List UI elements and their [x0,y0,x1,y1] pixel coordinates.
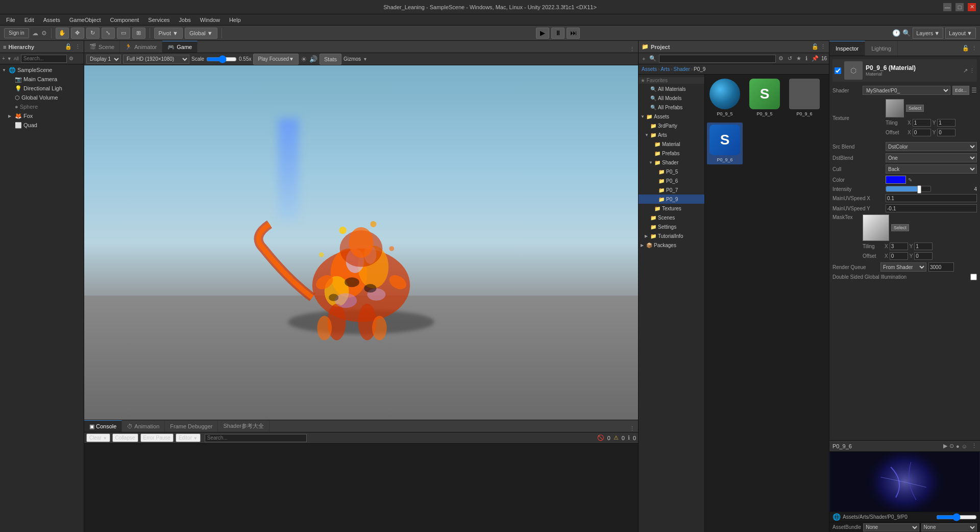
menu-window[interactable]: Window [196,16,224,24]
layers-dropdown[interactable]: Layers ▼ [913,28,943,39]
inspector-lock-icon[interactable]: 🔓 [962,45,969,52]
folder-scenes[interactable]: 📁 Scenes [639,213,704,222]
intensity-slider[interactable] [886,186,931,192]
project-favorite-icon[interactable]: ★ [795,55,803,62]
global-button[interactable]: Global ▼ [185,28,217,39]
asset-p096-shader[interactable]: S P0_9_6 [707,123,743,164]
project-search-input[interactable] [659,55,775,63]
hierarchy-search-input[interactable] [21,55,67,63]
play-focused-button[interactable]: Play Focused ▼ [253,54,299,65]
main-uv-x-input[interactable] [886,194,977,202]
close-button[interactable]: ✕ [968,3,976,11]
layout-dropdown[interactable]: Layout ▼ [945,28,976,39]
hierarchy-item-sphere[interactable]: ● Sphere [0,102,84,111]
clear-arrow[interactable]: ▼ [103,436,107,441]
tab-game[interactable]: 🎮 Game [162,41,198,53]
tab-lighting[interactable]: Lighting [865,41,898,56]
menu-services[interactable]: Services [144,16,174,24]
tab-frame-debugger[interactable]: Frame Debugger [165,420,218,432]
project-refresh-icon[interactable]: ↺ [786,55,794,62]
asset-p095-shader[interactable]: S P0_9_5 [747,77,782,118]
folder-prefabs[interactable]: 📁 Prefabs [639,149,704,158]
project-lock-btn[interactable]: 🔓 [812,43,819,50]
color-picker-btn[interactable]: ✎ [908,177,912,183]
search-toolbar-icon[interactable]: 🔍 [902,29,911,37]
preview-dot-icon[interactable]: ⊙ [949,443,954,449]
move-tool[interactable]: ✥ [71,28,84,39]
breadcrumb-arts[interactable]: Arts [660,66,670,72]
settings-icon[interactable]: ⚙ [41,30,47,37]
tab-scene[interactable]: 🎬 Scene [84,41,120,53]
display-select[interactable]: Display 1 [86,55,121,64]
menu-gameobject[interactable]: GameObject [65,16,105,24]
folder-material[interactable]: 📁 Material [639,139,704,149]
tab-console[interactable]: ▣ Console [84,420,122,432]
color-swatch[interactable] [886,176,906,184]
project-add-btn[interactable]: + [641,55,647,62]
scale-tool[interactable]: ⤡ [102,28,115,39]
folder-tutorialinfo[interactable]: ▶ 📁 TutorialInfo [639,231,704,240]
dst-blend-select[interactable]: One [886,153,977,162]
menu-assets[interactable]: Assets [39,16,64,24]
hierarchy-dropdown-arrow[interactable]: ▼ [7,56,12,61]
folder-all-prefabs[interactable]: 🔍 All Prefabs [639,103,704,112]
src-blend-select[interactable]: DstColor [886,142,977,151]
hierarchy-item-fox[interactable]: ▶ 🦊 Fox [0,111,84,120]
collapse-button[interactable]: Collapse [112,433,138,442]
shader-menu-icon[interactable]: ☰ [971,87,977,94]
hierarchy-settings-icon[interactable]: ⚙ [69,56,74,61]
hierarchy-item-samplescene[interactable]: ▼ 🌐 SampleScene [0,65,84,75]
bottom-tabs-menu[interactable]: ⋮ [629,425,635,432]
error-pause-button[interactable]: Error Pause [140,433,174,442]
project-menu-btn[interactable]: ⋮ [820,43,826,50]
clear-button[interactable]: Clear ▼ [86,433,110,442]
hierarchy-lock-btn[interactable]: 🔓 [65,43,72,50]
preview-sphere-icon[interactable]: ● [956,443,960,449]
pause-button[interactable]: ⏸ [551,28,565,39]
tab-animator[interactable]: 🏃 Animator [120,41,162,53]
play-button[interactable]: ▶ [536,28,549,39]
cull-select[interactable]: Back [886,164,977,174]
inspector-menu-icon[interactable]: ⋮ [971,45,977,52]
hand-tool[interactable]: ✋ [56,28,69,39]
breadcrumb-assets[interactable]: Assets [642,66,657,72]
project-filter-icon[interactable]: ⚙ [777,55,785,62]
hierarchy-item-quad[interactable]: ⬜ Quad [0,120,84,130]
preview-smiley-icon[interactable]: ☺ [962,443,967,449]
mask-offset-y-input[interactable] [914,252,933,260]
tab-shader-ref[interactable]: Shader参考大全 [218,420,269,432]
menu-edit[interactable]: Edit [20,16,38,24]
hierarchy-item-global-volume[interactable]: ⬡ Global Volume [0,93,84,102]
tiling-y-input[interactable] [937,119,955,127]
maximize-button[interactable]: □ [955,3,964,11]
texture-thumb[interactable] [886,99,904,117]
project-pin-icon[interactable]: 📌 [810,55,820,62]
mask-offset-x-input[interactable] [890,252,908,260]
intensity-thumb[interactable] [917,185,921,194]
offset-x-input[interactable] [913,129,931,136]
preview-play-icon[interactable]: ▶ [943,443,947,449]
preview-menu-icon[interactable]: ⋮ [971,443,977,449]
hierarchy-menu-btn[interactable]: ⋮ [75,43,81,50]
menu-help[interactable]: Help [225,16,245,24]
folder-p09[interactable]: 📁 P0_9 [639,195,704,204]
pivot-button[interactable]: Pivot ▼ [154,28,183,39]
texture-select-button[interactable]: Select [906,105,924,112]
signin-button[interactable]: Sign in [4,28,29,38]
menu-file[interactable]: File [2,16,19,24]
history-icon[interactable]: 🕐 [892,29,900,37]
folder-all-materials[interactable]: 🔍 All Materials [639,84,704,93]
folder-settings[interactable]: 📁 Settings [639,222,704,231]
resolution-select[interactable]: Full HD (1920×1080) [123,55,189,64]
hierarchy-item-directional-light[interactable]: 💡 Directional Ligh [0,84,84,93]
sound-icon[interactable]: 🔊 [309,55,317,63]
folder-arts[interactable]: ▼ 📁 Arts [639,130,704,139]
render-queue-value-input[interactable] [928,262,954,272]
folder-p05[interactable]: 📁 P0_5 [639,167,704,176]
folder-3rdparty[interactable]: 📁 3rdParty [639,121,704,130]
asset-p095-sphere[interactable]: P0_9_5 [707,77,743,118]
folder-all-models[interactable]: 🔍 All Models [639,93,704,103]
tiling-x-input[interactable] [913,119,931,127]
asset-p096-grey[interactable]: P0_9_6 [787,77,822,118]
render-queue-select[interactable]: From Shader [880,262,926,272]
